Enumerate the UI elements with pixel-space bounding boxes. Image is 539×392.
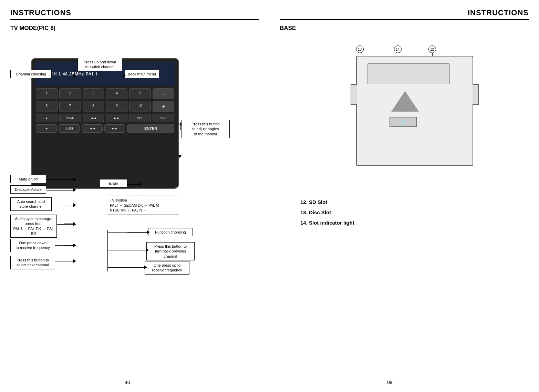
line-h-channal (52, 76, 74, 76)
ann-tv-system: TV system PAL I → SECAM DK → PAL M NTSC … (107, 196, 179, 215)
stand-triangle (391, 91, 419, 112)
right-header: INSTRUCTIONS (280, 8, 529, 20)
remote-buttons-row1: 1 2 3 4 5 — 6 7 8 9 10 + (36, 88, 174, 112)
ann-one-press-up: One press up to receive frequency (145, 261, 189, 275)
arrow-press-up (144, 266, 147, 269)
one-press-down-text: One press down to receive frequency (15, 241, 50, 250)
right-tab (473, 84, 479, 105)
ann-mute: Mute on/off (10, 175, 46, 183)
right-page: INSTRUCTIONS BASE 13 14 12 💿 (269, 0, 539, 392)
sd-slot-info: 12. SD Slot (300, 197, 529, 207)
btn-enter[interactable]: ENTER (127, 124, 174, 133)
btn-7[interactable]: 7 (59, 101, 81, 112)
line-down-freq (55, 245, 74, 246)
line-select-next (55, 261, 74, 261)
base-diagram: 13 14 12 💿 (287, 42, 521, 187)
btn-scan[interactable]: SCAN (59, 114, 81, 122)
arrow-enter (138, 183, 141, 186)
page-number-right: 09 (387, 380, 393, 385)
disc-icon: 💿 (400, 119, 406, 125)
tv-system-text: TV system PAL I → SECAM DK → PAL M NTSC … (110, 198, 159, 212)
audio-system-text: Audio system change; press from PAL I → … (13, 217, 54, 236)
press-adjust-text: Press this button to adjust angles of th… (191, 122, 220, 136)
ann-audio-system: Audio system change; press from PAL I → … (10, 215, 57, 238)
auto-search-text: Auto search and store channel (17, 199, 45, 208)
btn-next-track[interactable]: ►►I (104, 124, 125, 133)
tv-mode-diagram: 📺 CH 1 48.25MHz PAL I 1 2 3 4 5 — 6 7 8 … (10, 37, 258, 337)
left-section-title: TV MODE(PIC 8) (10, 25, 259, 32)
btn-forward[interactable]: ►► (106, 114, 127, 122)
btn-6[interactable]: 6 (36, 101, 58, 112)
line-back-menu (122, 76, 146, 76)
line-func (107, 232, 149, 233)
arrow-func (147, 230, 150, 234)
page-number-left: 40 (125, 380, 130, 385)
btn-minus[interactable]: — (153, 88, 174, 99)
disc-slot-info: 13. Disc Slot (300, 207, 529, 218)
circle-12: 12 (428, 45, 436, 53)
line-auto (52, 205, 74, 205)
inner-bar (367, 63, 450, 84)
btn-sel[interactable]: SEL (129, 114, 151, 122)
line-v-left-bracket (74, 177, 74, 266)
btn-up-arrow[interactable]: ▲ (36, 114, 58, 122)
one-press-up-text: One press up to receive frequency (152, 263, 182, 272)
line-v-right-bracket (107, 230, 108, 271)
line-press-up (107, 267, 145, 268)
ann-enter: Enter (100, 179, 127, 187)
btn-3[interactable]: 3 (83, 88, 104, 99)
line-adjust-v (180, 137, 180, 156)
line-v1 (103, 69, 103, 80)
btn-audi[interactable]: AUDI (59, 124, 80, 133)
ann-press-up-down: Press up and down to switch channel (77, 58, 122, 71)
ann-back-main-menu: Back main menu (125, 70, 159, 78)
ann-channal-choosing: Channal choosing (10, 70, 52, 78)
left-header: INSTRUCTIONS (10, 8, 259, 20)
btn-8[interactable]: 8 (83, 101, 104, 112)
turn-back-text: Press this button to turn back previous … (154, 244, 187, 258)
ann-press-adjust: Press this button to adjust angles of th… (182, 120, 230, 138)
line-audio (57, 224, 74, 225)
remote-row4: ◄ AUDI I◄◄ ►►I ENTER (36, 124, 174, 133)
btn-prev-track[interactable]: I◄◄ (82, 124, 103, 133)
btn-5[interactable]: 5 (129, 88, 151, 99)
btn-mute[interactable]: ◄ (36, 124, 57, 133)
circle-14: 14 (394, 45, 402, 53)
left-tab (351, 84, 357, 105)
line-mute (46, 179, 74, 180)
remote-row3: ▲ SCAN ◄◄ ►► SEL SYS (36, 114, 174, 122)
arrow-adjust (178, 155, 182, 158)
line-turnback (107, 250, 147, 250)
btn-rewind[interactable]: ◄◄ (83, 114, 104, 122)
btn-2[interactable]: 2 (59, 88, 81, 99)
press-up-down-text: Press up and down to switch channel (84, 60, 116, 69)
ann-one-press-down: One press down to receive frequency (10, 239, 55, 252)
ann-disc: Disc open/close (10, 185, 46, 194)
left-page: INSTRUCTIONS TV MODE(PIC 8) (0, 0, 269, 392)
ann-auto-search: Auto search and store channel (10, 197, 52, 211)
btn-10[interactable]: 10 (129, 101, 151, 112)
slot-indicator-info: 14. Slot indicator light (300, 218, 529, 228)
base-info-list: 12. SD Slot 13. Disc Slot 14. Slot indic… (280, 197, 529, 228)
btn-4[interactable]: 4 (106, 88, 127, 99)
ann-turn-back-prev: Press this button to turn back previous … (146, 242, 195, 260)
btn-plus[interactable]: + (153, 101, 174, 112)
ann-function-choosing: Function choosing (148, 228, 193, 236)
select-next-text: Press this button to select next channal (17, 258, 49, 267)
base-device-body: 💿 (356, 56, 473, 166)
btn-1[interactable]: 1 (36, 88, 58, 99)
right-section-title: BASE (280, 25, 529, 32)
btn-sys[interactable]: SYS (153, 114, 174, 122)
arrow-turnback (146, 248, 149, 252)
btn-9[interactable]: 9 (106, 101, 127, 112)
ann-select-next: Press this button to select next channal (10, 256, 55, 269)
line-disc (46, 190, 74, 190)
line-enter (127, 184, 139, 185)
arrow-channal (73, 74, 76, 78)
slot-area: 💿 (390, 117, 417, 127)
arrow-back-menu (123, 74, 126, 78)
circle-13: 13 (356, 45, 364, 53)
